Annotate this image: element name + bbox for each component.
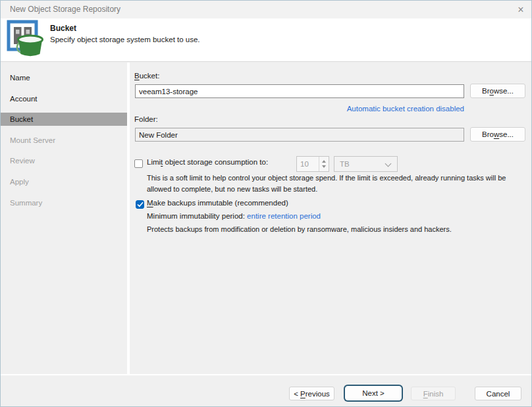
checkmark-icon [137, 202, 144, 207]
sidebar-item-account[interactable]: Account [1, 92, 127, 105]
finish-button: Finish [411, 387, 456, 400]
make-immutable-label[interactable]: Make backups immutable (recommended) [147, 199, 288, 207]
window-title: New Object Storage Repository [10, 1, 120, 18]
automatic-bucket-creation-note[interactable]: Automatic bucket creation disabled [130, 105, 464, 113]
limit-amount-stepper: 10 [296, 156, 329, 172]
sidebar-item-bucket[interactable]: Bucket [1, 113, 127, 126]
page-title: Bucket [50, 24, 76, 33]
immutable-help-text: Protects backups from modification or de… [147, 224, 452, 235]
limit-help-text: This is a soft limit to help control you… [147, 173, 506, 194]
stepper-down-icon [322, 165, 326, 168]
sidebar-item-review: Review [1, 154, 127, 167]
title-bar: New Object Storage Repository × [1, 1, 531, 18]
close-icon[interactable]: × [514, 3, 528, 16]
wizard-steps-sidebar: Name Account Bucket Mount Server Review … [1, 63, 127, 374]
immutability-period-label: Minimum immutability period: [147, 212, 247, 220]
limit-unit-select: TB [334, 156, 398, 172]
wizard-window: New Object Storage Repository × Bucket S… [0, 0, 532, 407]
previous-button[interactable]: < Previous [289, 387, 334, 400]
sidebar-item-name[interactable]: Name [1, 71, 127, 84]
make-immutable-checkbox[interactable] [136, 200, 144, 209]
bucket-field-label: Bucket: [134, 72, 159, 80]
immutability-period-link[interactable]: entire retention period [247, 212, 321, 220]
sidebar-item-mount-server: Mount Server [1, 134, 127, 147]
sidebar-item-apply: Apply [1, 175, 127, 188]
sidebar-item-summary: Summary [1, 196, 127, 209]
page-subtitle: Specify object storage system bucket to … [50, 36, 200, 43]
chevron-down-icon [385, 161, 392, 167]
bucket-browse-button[interactable]: Browse... [470, 84, 525, 98]
wizard-header: Bucket Specify object storage system buc… [1, 18, 531, 62]
limit-amount-value: 10 [297, 157, 319, 171]
folder-field-label: Folder: [134, 115, 158, 123]
limit-consumption-checkbox[interactable] [134, 159, 143, 168]
next-button[interactable]: Next > [345, 386, 402, 400]
limit-consumption-label[interactable]: Limit object storage consumption to: [147, 158, 268, 166]
stepper-arrows [319, 157, 329, 171]
footer-bar: < Previous Next > Finish Cancel [1, 375, 531, 407]
folder-browse-button[interactable]: Browse... [470, 127, 525, 142]
folder-input[interactable] [135, 128, 464, 142]
stepper-up-icon [322, 160, 326, 163]
bucket-input[interactable] [135, 84, 464, 98]
immutability-period-row: Minimum immutability period: entire rete… [147, 212, 321, 220]
bucket-step-content: Bucket: Browse... Automatic bucket creat… [130, 63, 532, 374]
limit-unit-value: TB [340, 157, 350, 171]
object-storage-bucket-icon [7, 20, 43, 59]
cancel-button[interactable]: Cancel [475, 387, 521, 400]
